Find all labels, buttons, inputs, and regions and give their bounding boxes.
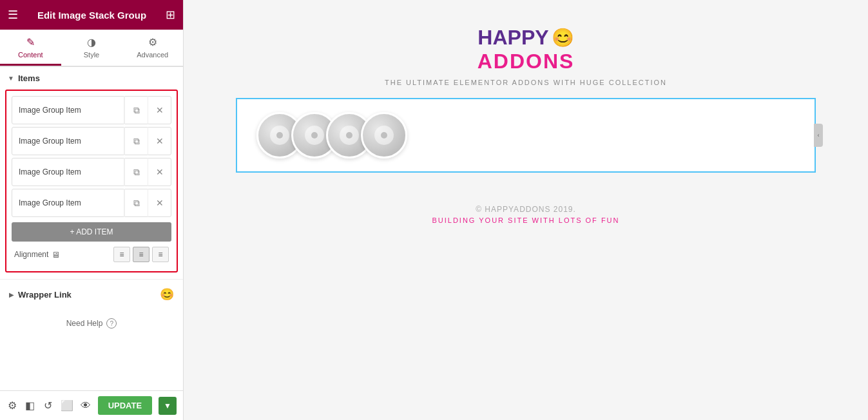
stack-circle-4 <box>361 112 407 158</box>
item-label-1: Image Group Item <box>12 106 124 115</box>
align-right-button[interactable]: ≡ <box>152 247 169 262</box>
item-actions-2: ⧉ ✕ <box>124 127 171 155</box>
table-row: Image Group Item ⧉ ✕ <box>12 127 171 155</box>
alignment-label: Alignment 🖥 <box>14 250 113 260</box>
need-help-row[interactable]: Need Help ? <box>0 309 183 338</box>
sidebar: ☰ Edit Image Stack Group ⊞ ✎ Content ◑ S… <box>0 0 184 420</box>
items-section-label: Items <box>18 73 40 83</box>
logo-addons: ADDONS <box>477 50 575 73</box>
align-left-button[interactable]: ≡ <box>113 247 130 262</box>
menu-icon[interactable]: ☰ <box>8 8 18 22</box>
settings-icon[interactable]: ⚙ <box>6 397 18 415</box>
update-dropdown-button[interactable]: ▼ <box>159 397 177 415</box>
item-duplicate-btn-3[interactable]: ⧉ <box>124 158 148 186</box>
advanced-tab-label: Advanced <box>137 51 168 59</box>
style-tab-label: Style <box>84 51 99 59</box>
image-stack-widget: ‹ <box>236 98 816 173</box>
update-button[interactable]: UPDATE <box>98 396 152 415</box>
need-help-label: Need Help <box>66 319 103 328</box>
item-delete-btn-4[interactable]: ✕ <box>148 189 171 217</box>
tab-style[interactable]: ◑ Style <box>61 30 122 66</box>
logo-happy: HAPPY 😊 <box>477 26 574 50</box>
item-delete-btn-3[interactable]: ✕ <box>148 158 171 186</box>
items-container: Image Group Item ⧉ ✕ Image Group Item ⧉ … <box>5 90 178 272</box>
table-row: Image Group Item ⧉ ✕ <box>12 189 171 217</box>
item-delete-btn-1[interactable]: ✕ <box>148 96 171 124</box>
item-duplicate-btn-2[interactable]: ⧉ <box>124 127 148 155</box>
monitor-icon: 🖥 <box>52 250 60 260</box>
footer-tagline: BUILDING YOUR SITE WITH LOTS OF FUN <box>432 216 619 224</box>
logo-emoji-icon: 😊 <box>552 27 574 48</box>
item-actions-3: ⧉ ✕ <box>124 158 171 186</box>
sidebar-content: ▼ Items Image Group Item ⧉ ✕ Image Group… <box>0 67 183 390</box>
align-center-button[interactable]: ≡ <box>133 247 149 262</box>
alignment-buttons: ≡ ≡ ≡ <box>113 247 169 262</box>
wrapper-link-arrow-icon: ▶ <box>9 291 14 298</box>
tab-advanced[interactable]: ⚙ Advanced <box>122 30 183 66</box>
sidebar-tabs: ✎ Content ◑ Style ⚙ Advanced <box>0 30 183 67</box>
item-delete-btn-2[interactable]: ✕ <box>148 127 171 155</box>
wrapper-link-label: Wrapper Link <box>18 290 160 300</box>
collapse-handle[interactable]: ‹ <box>814 124 823 147</box>
item-duplicate-btn-4[interactable]: ⧉ <box>124 189 148 217</box>
grid-icon[interactable]: ⊞ <box>166 8 175 22</box>
footer-copyright: © HAPPYADDONS 2019. <box>432 205 619 214</box>
sidebar-bottom-toolbar: ⚙ ◧ ↺ ⬜ 👁 UPDATE ▼ <box>0 390 183 420</box>
main-content: HAPPY 😊 ADDONS THE ULTIMATE ELEMENTOR AD… <box>184 0 868 420</box>
style-tab-icon: ◑ <box>87 36 96 48</box>
logo-area: HAPPY 😊 ADDONS THE ULTIMATE ELEMENTOR AD… <box>385 26 667 86</box>
help-icon[interactable]: ? <box>106 318 117 329</box>
item-label-4: Image Group Item <box>12 198 124 207</box>
table-row: Image Group Item ⧉ ✕ <box>12 96 171 124</box>
logo-tagline: THE ULTIMATE ELEMENTOR ADDONS WITH HUGE … <box>385 79 667 86</box>
content-tab-label: Content <box>18 51 43 59</box>
preview-icon[interactable]: 👁 <box>80 397 92 415</box>
sidebar-title: Edit Image Stack Group <box>37 10 146 21</box>
layers-icon[interactable]: ◧ <box>24 397 36 415</box>
item-actions-1: ⧉ ✕ <box>124 96 171 124</box>
item-label-2: Image Group Item <box>12 137 124 146</box>
alignment-text: Alignment <box>14 250 48 259</box>
sidebar-header: ☰ Edit Image Stack Group ⊞ <box>0 0 183 30</box>
wrapper-link-section[interactable]: ▶ Wrapper Link 😊 <box>0 279 183 309</box>
responsive-icon[interactable]: ⬜ <box>61 397 73 415</box>
table-row: Image Group Item ⧉ ✕ <box>12 158 171 186</box>
items-section-header[interactable]: ▼ Items <box>0 67 183 90</box>
main-inner: HAPPY 😊 ADDONS THE ULTIMATE ELEMENTOR AD… <box>184 0 868 237</box>
item-duplicate-btn-1[interactable]: ⧉ <box>124 96 148 124</box>
alignment-row: Alignment 🖥 ≡ ≡ ≡ <box>12 242 171 266</box>
history-icon[interactable]: ↺ <box>43 397 54 415</box>
item-label-3: Image Group Item <box>12 167 124 177</box>
content-tab-icon: ✎ <box>26 36 35 48</box>
wrapper-link-emoji-icon: 😊 <box>160 287 174 301</box>
add-item-button[interactable]: + ADD ITEM <box>12 222 171 242</box>
advanced-tab-icon: ⚙ <box>148 36 157 48</box>
main-footer: © HAPPYADDONS 2019. BUILDING YOUR SITE W… <box>432 205 619 224</box>
items-arrow-icon: ▼ <box>8 75 14 82</box>
item-actions-4: ⧉ ✕ <box>124 189 171 217</box>
tab-content[interactable]: ✎ Content <box>0 30 61 66</box>
stack-circles <box>256 112 407 158</box>
